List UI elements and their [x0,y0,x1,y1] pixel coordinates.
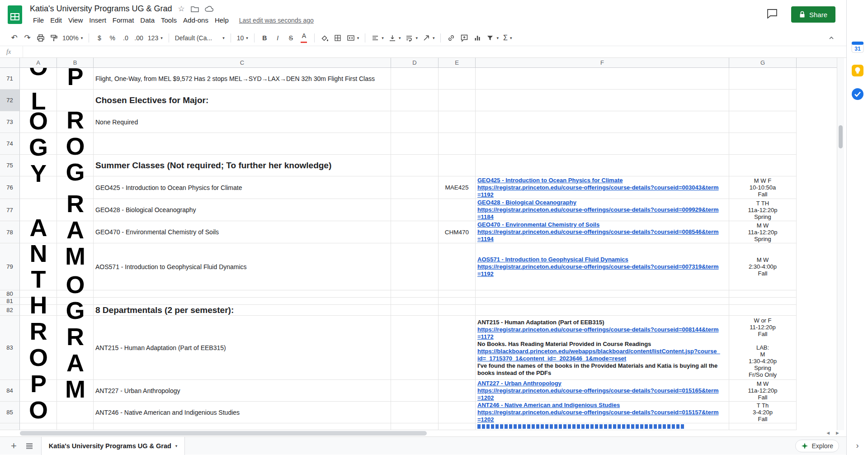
cell-E85[interactable] [439,402,476,423]
cell-D71[interactable] [391,68,439,90]
increase-decimals-button[interactable]: .00 [132,32,145,44]
cell-B78[interactable] [57,221,94,243]
cell-A78[interactable] [20,221,57,243]
cell-A71[interactable] [20,68,57,90]
hide-side-panel-chevron[interactable]: › [847,441,868,450]
cell-G78[interactable]: M W11a-12:20pSpring [729,221,797,243]
cell-F75[interactable] [476,155,729,176]
cell-D82[interactable] [391,305,439,316]
cell-D73[interactable] [391,111,439,133]
cell-link[interactable]: https://registrar.princeton.edu/course-o… [477,206,727,213]
row-header-76[interactable]: 76 [0,176,20,199]
cell-G82[interactable] [729,305,797,316]
cell-F72[interactable] [476,90,729,111]
cell-link[interactable]: https://registrar.princeton.edu/course-o… [477,409,727,416]
menu-edit[interactable]: Edit [47,15,65,25]
row-header-80[interactable]: 80 [0,290,20,298]
cell-D72[interactable] [391,90,439,111]
cell-link[interactable]: GEO428 - Biological Oceanography [477,199,727,206]
menu-add-ons[interactable]: Add-ons [180,15,212,25]
cell-A83[interactable] [20,316,57,380]
insert-chart-button[interactable] [471,32,483,44]
row-header-75[interactable]: 75 [0,155,20,176]
row-header-72[interactable]: 72 [0,90,20,111]
cell-E77[interactable] [439,199,476,221]
undo-button[interactable]: ↶ [8,32,20,44]
cell-Fx[interactable] [476,423,729,430]
cell-G75[interactable] [729,155,797,176]
cell-B82[interactable] [57,305,94,316]
cell-C71[interactable]: Flight, One-Way, from MEL $9,572 Has 2 s… [94,68,391,90]
cell-G74[interactable] [729,133,797,155]
column-header-E[interactable]: E [439,58,476,68]
cell-link[interactable]: =1202 [477,416,727,423]
cell-B72[interactable] [57,90,94,111]
sheet-tab-active[interactable]: Katia's University Programs UG & Grad ▾ [41,437,185,455]
row-header-82[interactable]: 82 [0,305,20,316]
column-header-D[interactable]: D [391,58,439,68]
menu-tools[interactable]: Tools [158,15,180,25]
cell-E75[interactable] [439,155,476,176]
cell-D80[interactable] [391,290,439,298]
vertical-scroll-thumb[interactable] [839,125,843,148]
calendar-icon[interactable]: 31 [851,41,864,55]
sheets-logo-icon[interactable] [7,5,23,26]
redo-button[interactable]: ↷ [21,32,33,44]
cell-C82[interactable]: 8 Departmentals (2 per semester): [94,305,391,316]
cell-E84[interactable] [439,380,476,402]
cell-link[interactable]: https://registrar.princeton.edu/course-o… [477,184,727,191]
cell-E78[interactable]: CHM470 [439,221,476,243]
cell-link[interactable]: AOS571 - Introduction to Geophysical Flu… [477,256,727,263]
column-header-A[interactable]: A [20,58,57,68]
cell-B74[interactable] [57,133,94,155]
cell-G84[interactable]: M W11a-12:20pFall [729,380,797,402]
cell-Ex[interactable] [439,423,476,430]
cell-F78[interactable]: GEO470 - Environmental Chemistry of Soil… [476,221,729,243]
cell-Ax[interactable] [20,423,57,430]
cell-F79[interactable]: AOS571 - Introduction to Geophysical Flu… [476,243,729,290]
cell-G85[interactable]: T Th3-4:20pFall [729,402,797,423]
decrease-decimals-button[interactable]: .0 [119,32,132,44]
cell-B79[interactable] [57,243,94,290]
cell-A76[interactable] [20,176,57,199]
cell-link[interactable]: GEO425 - Introduction to Ocean Physics f… [477,177,727,184]
menu-insert[interactable]: Insert [86,15,109,25]
cell-A72[interactable] [20,90,57,111]
formula-bar[interactable]: fx [0,46,846,58]
vertical-align-select[interactable]: ▾ [387,32,403,44]
cell-link[interactable]: https://registrar.princeton.edu/course-o… [477,387,727,394]
insert-link-button[interactable] [445,32,457,44]
cell-E83[interactable] [439,316,476,380]
cell-A77[interactable] [20,199,57,221]
star-icon[interactable]: ☆ [178,5,185,13]
row-header-81[interactable]: 81 [0,298,20,305]
cell-G71[interactable] [729,68,797,90]
cell-link[interactable]: =1172 [477,333,727,341]
cell-C84[interactable]: ANT227 - Urban Anthropology [94,380,391,402]
comment-history-icon[interactable] [767,9,778,20]
cell-E72[interactable] [439,90,476,111]
column-header-B[interactable]: B [57,58,94,68]
horizontal-scroll-thumb[interactable] [20,431,427,436]
row-header-74[interactable]: 74 [0,133,20,155]
cell-C79[interactable]: AOS571 - Introduction to Geophysical Flu… [94,243,391,290]
cell-link[interactable]: ANT246 - Native American and Indigenious… [477,402,727,409]
cell-C72[interactable]: Chosen Electives for Major: [94,90,391,111]
cell-G83[interactable]: W or F11-12:20pFallLAB:M1:30-4:20pSpring… [729,316,797,380]
all-sheets-button[interactable] [21,443,38,449]
merge-cells-button[interactable]: ▾ [345,32,361,44]
cell-F81[interactable] [476,298,729,305]
cell-B85[interactable] [57,402,94,423]
cell-D77[interactable] [391,199,439,221]
cell-E82[interactable] [439,305,476,316]
cell-D76[interactable] [391,176,439,199]
cell-link[interactable]: =1202 [477,394,727,402]
fill-color-button[interactable] [319,32,331,44]
cell-G79[interactable]: M W2:30-4:00pFall [729,243,797,290]
text-wrap-select[interactable]: ▾ [403,32,420,44]
row-header-84[interactable]: 84 [0,380,20,402]
cloud-saved-icon[interactable] [205,6,214,12]
cell-C83[interactable]: ANT215 - Human Adaptation (Part of EEB31… [94,316,391,380]
cell-D74[interactable] [391,133,439,155]
cell-F71[interactable] [476,68,729,90]
